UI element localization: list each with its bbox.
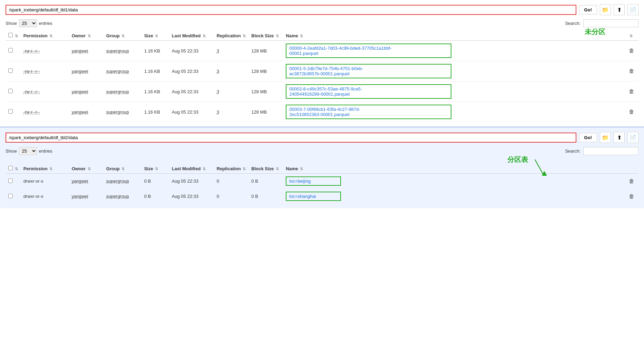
cell-modified: Aug 05 22:33 [169, 102, 214, 122]
search-row-1: Search: [565, 19, 638, 27]
sort-icon-perm-2[interactable]: ⇅ [49, 167, 52, 171]
delete-button[interactable]: 🗑 [629, 193, 634, 200]
select-all-checkbox-1[interactable] [8, 33, 13, 37]
sort-icon-rep-2[interactable]: ⇅ [243, 167, 246, 171]
file-link[interactable]: loc=beijing [289, 179, 311, 184]
sort-icon-owner-2[interactable]: ⇅ [88, 167, 91, 171]
sort-icon-block-2[interactable]: ⇅ [276, 167, 279, 171]
section-1: Go! 📁 ⬆ 📄 Show 25 50 100 entries Search: [0, 0, 644, 126]
cell-owner: yangwei [69, 189, 104, 204]
delete-button[interactable]: 🗑 [629, 109, 634, 115]
cell-size: 1.16 KB [142, 61, 169, 81]
table-row: -rw-r--r-- yangwei supergroup 1.16 KB Au… [6, 41, 638, 61]
file-link[interactable]: 00001-5-2db79e7d-754b-4701-b0eb-ac3872b3… [289, 66, 363, 76]
col-header-permission-2: Permission ⇅ [21, 164, 69, 174]
row-checkbox[interactable] [8, 179, 13, 183]
table-row: -rw-r--r-- yangwei supergroup 1.16 KB Au… [6, 61, 638, 81]
cell-name: 00002-6-c49c357c-53ae-4875-9ca5-24054491… [283, 81, 626, 102]
file-link[interactable]: 00000-4-2eafd2a1-7d03-4c99-bded-37705c1a… [289, 46, 391, 56]
cell-modified: Aug 05 22:33 [169, 174, 214, 189]
cell-group: supergroup [104, 189, 142, 204]
show-entries-1: Show 25 50 100 entries [6, 19, 52, 27]
cell-delete: 🗑 [626, 81, 638, 102]
sort-icon-perm-1[interactable]: ⇅ [49, 34, 52, 38]
entries-select-2[interactable]: 25 50 100 [19, 147, 37, 155]
sort-icon-modified-2[interactable]: ⇅ [203, 167, 206, 171]
permission-value: -rw-r--r-- [23, 48, 40, 54]
folder-button-2[interactable]: 📁 [600, 132, 611, 143]
row-checkbox[interactable] [8, 68, 13, 73]
cell-owner: yangwei [69, 81, 104, 102]
cell-size: 0 B [142, 189, 169, 204]
table-1: ⇅ Permission ⇅ Owner ⇅ Group ⇅ Size ⇅ La… [6, 31, 638, 122]
col-header-modified-2: Last Modified ⇅ [169, 164, 214, 174]
path-input-1[interactable] [6, 5, 576, 15]
path-input-2[interactable] [6, 133, 576, 143]
search-input-2[interactable] [583, 147, 638, 155]
sort-icon-block-1[interactable]: ⇅ [276, 34, 279, 38]
upload-button-1[interactable]: ⬆ [614, 4, 625, 15]
file-link[interactable]: 00003-7-00f68cb1-63fa-4c27-987d-2ec51085… [289, 107, 360, 117]
entries-select-1[interactable]: 25 50 100 [19, 19, 37, 27]
permission-value: -rw-r--r-- [23, 109, 40, 115]
sort-icon-name-1[interactable]: ⇅ [300, 34, 303, 38]
search-input-1[interactable] [583, 19, 638, 27]
select-all-checkbox-2[interactable] [8, 166, 13, 170]
delete-button[interactable]: 🗑 [629, 48, 634, 54]
cell-group: supergroup [104, 81, 142, 102]
folder-button-1[interactable]: 📁 [600, 4, 611, 15]
table-header-row-1: ⇅ Permission ⇅ Owner ⇅ Group ⇅ Size ⇅ La… [6, 31, 638, 41]
sort-icon-modified-1[interactable]: ⇅ [203, 34, 206, 38]
file-link[interactable]: 00002-6-c49c357c-53ae-4875-9ca5-24054491… [289, 86, 362, 97]
row-checkbox[interactable] [8, 194, 13, 198]
cell-modified: Aug 05 22:33 [169, 81, 214, 102]
permission-value: -rw-r--r-- [23, 69, 40, 74]
doc-button-2[interactable]: 📄 [627, 132, 638, 143]
sort-icon-group-1[interactable]: ⇅ [121, 34, 125, 38]
delete-button[interactable]: 🗑 [629, 178, 634, 184]
upload-button-2[interactable]: ⬆ [614, 132, 625, 143]
folder-icon-2: 📁 [602, 134, 609, 141]
sort-icon-owner-1[interactable]: ⇅ [88, 34, 91, 38]
group-value: supergroup [106, 109, 129, 115]
sort-icon-size-2[interactable]: ⇅ [155, 167, 158, 171]
sort-icon-check-2[interactable]: ⇅ [15, 167, 18, 171]
col-header-blocksize-2: Block Size ⇅ [248, 164, 283, 174]
delete-button[interactable]: 🗑 [629, 68, 634, 74]
owner-value: yangwei [72, 179, 88, 184]
go-button-2[interactable]: Go! [579, 133, 597, 142]
col-header-group-2: Group ⇅ [104, 164, 142, 174]
go-button-1[interactable]: Go! [579, 5, 597, 15]
cell-permission: -rw-r--r-- [21, 81, 69, 102]
permission-value: -rw-r--r-- [23, 89, 40, 94]
show-entries-2: Show 25 50 100 entries [6, 147, 52, 155]
sort-icon-rep-1[interactable]: ⇅ [243, 34, 246, 38]
sort-icon-check-1[interactable]: ⇅ [15, 34, 18, 38]
cell-owner: yangwei [69, 41, 104, 61]
file-link[interactable]: loc=shanghai [289, 194, 316, 199]
group-value: supergroup [106, 179, 129, 184]
col-header-del-1: ⇅ [626, 31, 638, 41]
sort-icon-group-2[interactable]: ⇅ [121, 167, 125, 171]
row-checkbox[interactable] [8, 48, 13, 52]
cell-replication: 3 [214, 102, 249, 122]
row-checkbox[interactable] [8, 89, 13, 93]
replication-value: 3 [217, 69, 219, 74]
cell-check [6, 102, 21, 122]
permission-value: drwxr-xr-x [23, 179, 43, 184]
group-value: supergroup [106, 69, 129, 74]
sort-icon-name-2[interactable]: ⇅ [300, 167, 303, 171]
delete-button[interactable]: 🗑 [629, 88, 634, 95]
sort-icon-size-1[interactable]: ⇅ [155, 34, 158, 38]
search-label-1: Search: [565, 21, 580, 26]
cell-group: supergroup [104, 61, 142, 81]
col-header-blocksize-1: Block Size ⇅ [248, 31, 283, 41]
col-header-name-1: 未分区 Name ⇅ [283, 31, 626, 41]
sort-icon-del-1[interactable]: ⇅ [630, 34, 633, 38]
path-bar-1: Go! 📁 ⬆ 📄 [6, 4, 638, 15]
doc-button-1[interactable]: 📄 [627, 4, 638, 15]
row-checkbox[interactable] [8, 109, 13, 114]
cell-permission: drwxr-xr-x [21, 189, 69, 204]
annotation-top-label: 未分区 [585, 27, 605, 37]
cell-replication: 3 [214, 41, 249, 61]
